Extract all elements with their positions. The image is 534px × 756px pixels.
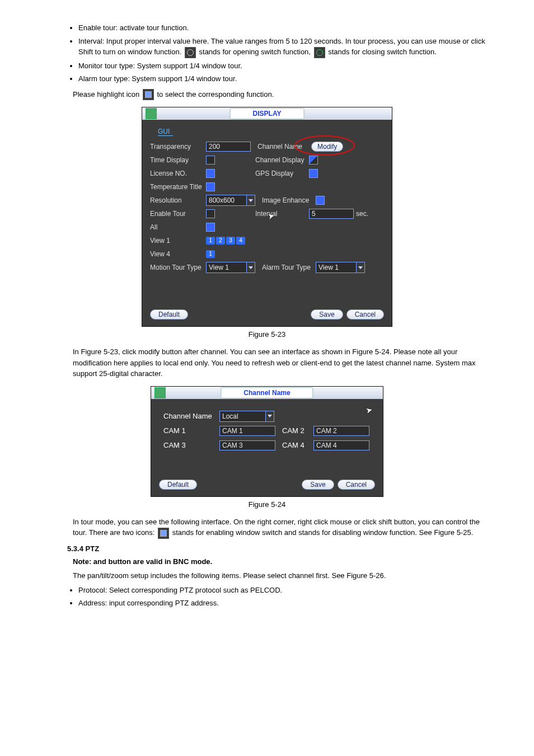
display-body: GUI Transparency Channel Name Modify Tim… xyxy=(142,120,392,305)
channel-name-title-icon xyxy=(154,387,166,398)
time-display-checkbox[interactable] xyxy=(206,156,215,165)
ptz-note: Note: and button are valid in BNC mode. xyxy=(73,556,489,567)
figure-channel-name: Channel Name ➤ Channel Name Local CAM 1 … xyxy=(45,386,489,497)
gps-display-label: GPS Display xyxy=(255,170,309,177)
cam4-label: CAM 4 xyxy=(282,441,313,449)
enable-switch-icon xyxy=(158,528,169,539)
motion-tour-type-label: Motion Tour Type xyxy=(150,264,206,271)
switch-close-icon xyxy=(314,47,325,58)
after-display-paragraph: In Figure 5-23, click modify button afte… xyxy=(73,346,489,379)
license-no-label: License NO. xyxy=(150,170,206,177)
cam4-input[interactable] xyxy=(313,440,369,450)
bullet-alarm-tour: Alarm tour type: System support 1/4 wind… xyxy=(78,73,489,84)
bottom-bullet-list: Protocol: Select corresponding PTZ proto… xyxy=(45,585,489,609)
figure-5-23-caption: Figure 5-23 xyxy=(45,330,489,339)
channel-name-titlebar: Channel Name xyxy=(151,387,383,399)
page: Enable tour: activate tour function. Int… xyxy=(0,0,534,636)
cn-cancel-button[interactable]: Cancel xyxy=(338,480,375,490)
bullet-monitor-tour: Monitor tour type: System support 1/4 wi… xyxy=(78,60,489,72)
motion-tour-select[interactable]: View 1 xyxy=(206,262,255,273)
channel-display-checkbox[interactable] xyxy=(309,156,318,165)
channel-name-dialog: Channel Name ➤ Channel Name Local CAM 1 … xyxy=(151,386,383,497)
bullet-address: Address: input corresponding PTZ address… xyxy=(78,598,489,609)
cam3-label: CAM 3 xyxy=(163,441,219,449)
bullet-enable-tour: Enable tour: activate tour function. xyxy=(78,22,489,34)
view1-btn-4[interactable]: 4 xyxy=(236,237,245,245)
cn-button-row: Default Save Cancel xyxy=(151,475,383,496)
all-label: All xyxy=(150,223,206,231)
display-titlebar: DISPLAY xyxy=(142,107,392,120)
transparency-label: Transparency xyxy=(150,143,206,151)
chevron-down-icon xyxy=(356,262,364,273)
cn-channel-name-label: Channel Name xyxy=(163,412,219,420)
cn-scope-select[interactable]: Local xyxy=(219,411,274,422)
temperature-title-checkbox[interactable] xyxy=(206,182,215,191)
interval-input[interactable] xyxy=(309,209,354,219)
display-dialog: DISPLAY GUI Transparency Channel Name Mo… xyxy=(142,107,392,327)
view1-label: View 1 xyxy=(150,237,206,245)
cam1-input[interactable] xyxy=(219,426,275,436)
bullet-protocol: Protocol: Select corresponding PTZ proto… xyxy=(78,585,489,596)
chevron-down-icon xyxy=(246,195,255,205)
all-checkbox[interactable] xyxy=(206,223,215,232)
ptz-heading: 5.3.4 PTZ xyxy=(67,544,489,553)
sec-label: sec. xyxy=(356,210,368,218)
cancel-button[interactable]: Cancel xyxy=(346,309,384,320)
transparency-input[interactable] xyxy=(206,142,251,152)
view1-btn-3[interactable]: 3 xyxy=(226,237,235,245)
after-channel-paragraph: In tour mode, you can see the following … xyxy=(73,516,489,539)
channel-name-body: Channel Name Local CAM 1 CAM 2 CAM 3 CAM… xyxy=(151,399,383,475)
cam3-input[interactable] xyxy=(219,440,275,450)
figure-5-24-caption: Figure 5-24 xyxy=(45,500,489,509)
channel-name-label: Channel Name xyxy=(257,143,311,151)
highlight-square-icon xyxy=(143,89,154,100)
view1-btn-1[interactable]: 1 xyxy=(206,237,215,245)
figure-display: DISPLAY GUI Transparency Channel Name Mo… xyxy=(45,107,489,327)
display-title-icon xyxy=(146,108,157,119)
enable-tour-checkbox[interactable] xyxy=(206,209,215,218)
default-button[interactable]: Default xyxy=(150,309,188,320)
license-no-checkbox[interactable] xyxy=(206,169,215,178)
gui-section-label: GUI xyxy=(158,128,173,136)
alarm-tour-type-label: Alarm Tour Type xyxy=(262,264,316,271)
cam2-label: CAM 2 xyxy=(282,426,313,435)
highlight-paragraph: Please highlight icon to select the corr… xyxy=(73,89,489,101)
resolution-label: Resolution xyxy=(150,196,206,204)
alarm-tour-select[interactable]: View 1 xyxy=(316,262,365,273)
cn-save-button[interactable]: Save xyxy=(302,480,334,490)
modify-button[interactable]: Modify xyxy=(311,142,343,152)
image-enhance-label: Image Enhance xyxy=(262,196,316,204)
bullet-interval: Interval: Input proper interval value he… xyxy=(78,36,489,58)
cam1-label: CAM 1 xyxy=(163,426,219,435)
ptz-intro: The pan/tilt/zoom setup includes the fol… xyxy=(73,570,489,581)
display-button-row: Default Save Cancel xyxy=(142,305,392,326)
save-button[interactable]: Save xyxy=(311,309,343,320)
temperature-title-label: Temperature Title xyxy=(150,183,206,191)
view4-btn-1[interactable]: 1 xyxy=(206,250,215,258)
enable-tour-label: Enable Tour xyxy=(150,210,206,218)
channel-display-label: Channel Display xyxy=(255,156,309,164)
top-bullet-list: Enable tour: activate tour function. Int… xyxy=(45,22,489,84)
chevron-down-icon xyxy=(246,262,255,273)
channel-name-title: Channel Name xyxy=(221,387,313,398)
view4-label: View 4 xyxy=(150,250,206,258)
chevron-down-icon xyxy=(265,411,274,421)
cam2-input[interactable] xyxy=(313,426,369,436)
image-enhance-checkbox[interactable] xyxy=(316,196,325,205)
switch-open-icon xyxy=(185,47,196,58)
display-title: DISPLAY xyxy=(230,108,305,119)
gps-display-checkbox[interactable] xyxy=(309,169,318,178)
resolution-select[interactable]: 800x600 xyxy=(206,195,255,206)
cn-default-button[interactable]: Default xyxy=(159,480,197,490)
time-display-label: Time Display xyxy=(150,156,206,164)
view1-btn-2[interactable]: 2 xyxy=(216,237,225,245)
